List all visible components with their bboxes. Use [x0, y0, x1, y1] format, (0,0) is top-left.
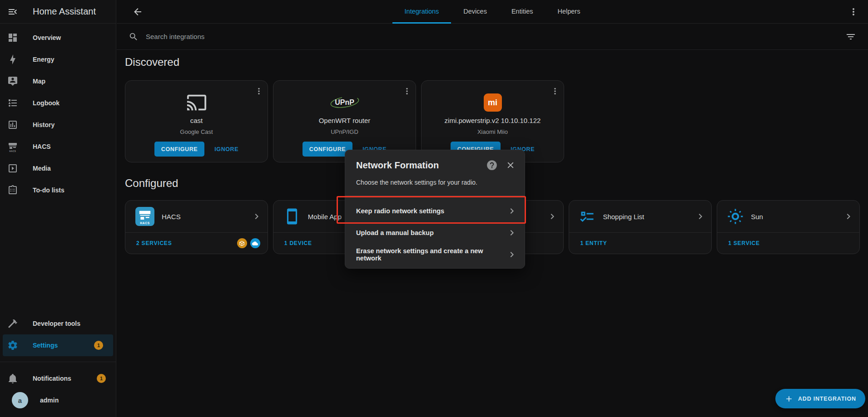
tab-helpers[interactable]: Helpers	[545, 0, 592, 24]
option-label: Erase network settings and create a new …	[356, 247, 506, 262]
user-name: admin	[40, 397, 59, 404]
plus-icon	[784, 394, 794, 403]
sidebar-item-overview[interactable]: Overview	[0, 27, 116, 49]
discovered-heading: Discovered	[125, 56, 860, 69]
sidebar: Home Assistant Overview Energy Map Logbo…	[0, 0, 116, 417]
integration-name: OpenWRT router	[319, 117, 371, 124]
sidebar-header: Home Assistant	[0, 0, 116, 24]
checklist-icon	[579, 208, 595, 225]
tab-devices[interactable]: Devices	[451, 0, 499, 24]
sidebar-nav: Overview Energy Map Logbook History	[0, 27, 116, 201]
ignore-button[interactable]: IGNORE	[214, 146, 238, 152]
help-icon[interactable]	[486, 159, 498, 171]
add-integration-label: ADD INTEGRATION	[798, 396, 856, 402]
sidebar-item-user[interactable]: a admin	[0, 389, 116, 411]
lightning-bolt-icon	[7, 54, 18, 65]
configured-card-shopping-list: Shopping List 1 ENTITY	[569, 200, 712, 254]
sidebar-divider	[0, 362, 116, 362]
top-bar: Integrations Devices Entities Helpers	[117, 0, 868, 24]
entity-count: 2 SERVICES	[136, 240, 172, 246]
card-footer: 1 SERVICE	[717, 232, 859, 254]
sidebar-item-media[interactable]: Media	[0, 157, 116, 179]
chevron-right-icon	[506, 227, 517, 238]
bell-icon	[7, 373, 18, 384]
tab-bar: Integrations Devices Entities Helpers	[117, 0, 868, 24]
play-box-icon	[7, 163, 18, 174]
integration-name: cast	[190, 117, 203, 124]
chart-box-icon	[7, 119, 18, 130]
sun-icon	[727, 208, 744, 225]
configured-card-link[interactable]: Shopping List	[569, 201, 711, 232]
option-label: Upload a manual backup	[356, 229, 434, 236]
card-footer: 1 ENTITY	[569, 232, 711, 254]
integration-name: Shopping List	[603, 213, 695, 221]
entity-count: 1 DEVICE	[284, 240, 312, 246]
configured-card-hacs: HACS HACS 2 SERVICES	[125, 200, 268, 254]
sidebar-item-energy[interactable]: Energy	[0, 49, 116, 70]
close-icon[interactable]	[506, 160, 516, 170]
add-integration-button[interactable]: ADD INTEGRATION	[775, 389, 865, 408]
integration-name: Sun	[751, 213, 843, 221]
filter-icon[interactable]	[845, 31, 856, 42]
sidebar-item-hacs[interactable]: HACS HACS	[0, 136, 116, 157]
integration-domain: Google Cast	[180, 128, 213, 135]
logbook-list-icon	[7, 98, 18, 108]
notifications-badge: 1	[97, 374, 106, 383]
chevron-right-icon	[843, 211, 854, 222]
integration-domain: Xiaomi Miio	[477, 128, 508, 135]
sidebar-item-logbook[interactable]: Logbook	[0, 92, 116, 114]
dialog-subtitle: Choose the network settings for your rad…	[345, 179, 525, 186]
settings-badge: 1	[94, 341, 103, 350]
map-person-icon	[7, 76, 18, 87]
sidebar-item-label: Notifications	[33, 375, 71, 382]
sidebar-item-label: Overview	[33, 34, 61, 41]
mi-logo: mi	[484, 93, 502, 112]
integration-name: zimi.powerstrip.v2 10.10.10.122	[445, 117, 541, 124]
sidebar-item-label: Settings	[33, 342, 58, 349]
status-badges	[237, 238, 260, 248]
upnp-logo-text: UPnP	[335, 98, 354, 107]
dialog-header: Network Formation	[345, 159, 525, 171]
chevron-right-icon	[547, 211, 558, 222]
package-badge-icon	[237, 238, 247, 248]
entity-count: 1 SERVICE	[728, 240, 760, 246]
card-menu-icon[interactable]	[254, 86, 264, 96]
view-dashboard-icon	[7, 32, 18, 43]
search-input[interactable]	[146, 33, 845, 40]
sidebar-item-history[interactable]: History	[0, 114, 116, 136]
dialog-title: Network Formation	[356, 160, 486, 171]
card-menu-icon[interactable]	[402, 86, 412, 96]
overflow-menu-icon[interactable]	[848, 6, 859, 17]
hacs-icon-label: HACS	[135, 221, 154, 225]
sidebar-item-settings[interactable]: Settings 1	[3, 334, 113, 356]
sidebar-item-label: Map	[33, 78, 45, 85]
option-erase-network-settings[interactable]: Erase network settings and create a new …	[345, 244, 525, 265]
configured-card-link[interactable]: Sun	[717, 201, 859, 232]
app-title: Home Assistant	[33, 6, 96, 17]
sidebar-item-developer-tools[interactable]: Developer tools	[0, 313, 116, 334]
card-menu-icon[interactable]	[550, 86, 560, 96]
sidebar-item-notifications[interactable]: Notifications 1	[0, 368, 116, 389]
cellphone-icon	[283, 208, 301, 225]
entity-count: 1 ENTITY	[580, 240, 607, 246]
configured-card-link[interactable]: HACS HACS	[125, 201, 268, 232]
chevron-right-icon	[695, 211, 706, 222]
menu-toggle-icon[interactable]	[7, 6, 18, 17]
sidebar-footer: Developer tools Settings 1 Notifications…	[0, 313, 116, 411]
integration-domain: UPnP/IGD	[331, 128, 358, 135]
card-actions: CONFIGURE IGNORE	[154, 142, 238, 157]
tab-entities[interactable]: Entities	[499, 0, 546, 24]
sidebar-item-label: Media	[33, 165, 51, 172]
sidebar-item-label: Energy	[33, 56, 54, 63]
sidebar-item-label: History	[33, 121, 55, 128]
search-icon	[129, 32, 139, 42]
configure-button[interactable]: CONFIGURE	[154, 142, 204, 157]
hacs-store-icon-label: HACS	[7, 150, 18, 152]
sidebar-item-todo-lists[interactable]: To-do lists	[0, 179, 116, 201]
sidebar-item-label: HACS	[33, 143, 51, 150]
sidebar-item-label: Logbook	[33, 99, 60, 107]
option-upload-manual-backup[interactable]: Upload a manual backup	[345, 222, 525, 244]
sidebar-item-map[interactable]: Map	[0, 70, 116, 92]
configured-card-sun: Sun 1 SERVICE	[717, 200, 860, 254]
tab-integrations[interactable]: Integrations	[392, 0, 451, 24]
